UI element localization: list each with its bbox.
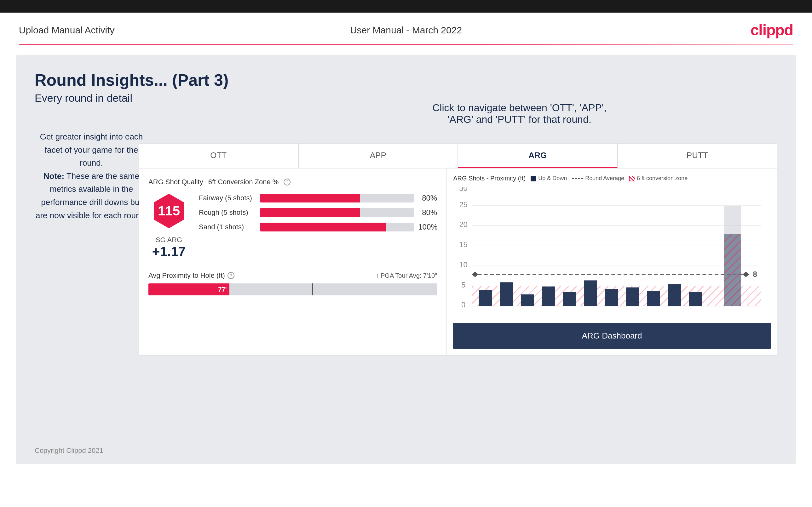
chart-header: ARG Shots - Proximity (ft) Up & Down Rou…	[453, 175, 771, 182]
proximity-bar-fill: 77'	[148, 283, 230, 295]
shot-row-sand: Sand (1 shots) 100%	[199, 223, 437, 231]
legend-conversion-zone: 6 ft conversion zone	[629, 175, 688, 182]
proximity-info-icon[interactable]: ?	[227, 272, 235, 279]
legend-up-down: Up & Down	[530, 175, 567, 182]
chart-area: 0 5 10 15 20 25 30	[453, 187, 771, 319]
shot-row-rough: Rough (5 shots) 80%	[199, 208, 437, 217]
proximity-label-text: Avg Proximity to Hole (ft)	[148, 272, 225, 280]
legend-items: Up & Down Round Average 6 ft conversion …	[530, 175, 688, 182]
svg-marker-20	[472, 272, 478, 277]
sand-bar-fill	[260, 223, 386, 231]
arg-shot-quality-label: ARG Shot Quality	[148, 178, 203, 186]
tab-arg[interactable]: ARG	[458, 143, 618, 168]
svg-text:5: 5	[461, 281, 465, 289]
annotation-text-content: Get greater insight into each facet of y…	[36, 132, 147, 220]
user-manual-title: User Manual - March 2022	[350, 25, 462, 36]
svg-text:20: 20	[459, 220, 468, 229]
conversion-zone-label: 6ft Conversion Zone %	[208, 178, 279, 186]
sand-pct: 100%	[418, 223, 437, 231]
fairway-pct: 80%	[418, 194, 437, 203]
sand-bar	[260, 223, 414, 231]
svg-text:15: 15	[459, 240, 468, 249]
top-bar	[0, 0, 812, 13]
chart-title: ARG Shots - Proximity (ft)	[453, 175, 525, 182]
svg-rect-31	[626, 287, 639, 306]
rough-bar	[260, 208, 414, 217]
proximity-label: Avg Proximity to Hole (ft) ?	[148, 272, 235, 280]
upload-manual-activity-label: Upload Manual Activity	[19, 25, 115, 36]
rough-pct: 80%	[418, 208, 437, 217]
fairway-bar-fill	[260, 194, 360, 203]
sg-block: SG ARG +1.17	[152, 236, 186, 259]
tab-putt[interactable]: PUTT	[618, 143, 777, 168]
svg-text:0: 0	[461, 301, 465, 309]
tab-app[interactable]: APP	[298, 143, 458, 168]
svg-rect-33	[668, 284, 681, 306]
legend-square-icon	[530, 176, 536, 181]
svg-rect-25	[500, 282, 513, 306]
svg-text:25: 25	[459, 201, 468, 209]
header-divider	[19, 44, 793, 45]
svg-rect-36	[724, 234, 741, 306]
nav-annotation-text: Click to navigate between 'OTT', 'APP','…	[432, 102, 607, 125]
svg-rect-24	[479, 290, 492, 306]
right-panel: ARG Shots - Proximity (ft) Up & Down Rou…	[447, 168, 777, 355]
widget-container: OTT APP ARG PUTT ARG Shot Quality 6ft Co…	[139, 143, 777, 355]
shot-bars: Fairway (5 shots) 80% Rough (5 shots)	[199, 194, 437, 237]
note-bold: Note:	[44, 171, 64, 181]
proximity-value: 77'	[218, 286, 227, 293]
clippd-logo: clippd	[751, 21, 793, 39]
cursor-line	[312, 283, 313, 295]
section-subtitle: Every round in detail	[35, 92, 777, 104]
svg-text:8: 8	[753, 270, 757, 278]
copyright: Copyright Clippd 2021	[35, 447, 103, 455]
rough-label: Rough (5 shots)	[199, 209, 256, 217]
hex-badge: 115	[152, 194, 186, 228]
svg-rect-34	[689, 292, 702, 306]
arg-chart: 0 5 10 15 20 25 30	[453, 187, 771, 318]
proximity-bar-container: 77'	[148, 283, 437, 295]
sand-label: Sand (1 shots)	[199, 223, 256, 231]
proximity-header: Avg Proximity to Hole (ft) ? ↑ PGA Tour …	[148, 272, 437, 280]
svg-rect-28	[563, 292, 576, 306]
legend-hatch-icon	[629, 176, 635, 181]
info-icon[interactable]: ?	[284, 178, 291, 185]
side-annotation: Get greater insight into each facet of y…	[35, 130, 148, 222]
pga-avg: ↑ PGA Tour Avg: 7'10"	[375, 272, 437, 279]
svg-rect-32	[647, 291, 660, 306]
header: Upload Manual Activity User Manual - Mar…	[0, 13, 812, 44]
rough-bar-fill	[260, 208, 360, 217]
main-content: Round Insights... (Part 3) Every round i…	[16, 55, 796, 464]
svg-rect-30	[605, 289, 618, 306]
legend-round-avg-label: Round Average	[585, 175, 624, 182]
panel-header: ARG Shot Quality 6ft Conversion Zone % ?	[148, 178, 437, 186]
sg-value: +1.17	[152, 244, 186, 259]
nav-annotation: Click to navigate between 'OTT', 'APP','…	[425, 102, 614, 125]
legend-conversion-label: 6 ft conversion zone	[637, 175, 688, 182]
svg-marker-21	[743, 272, 749, 277]
fairway-label: Fairway (5 shots)	[199, 194, 256, 202]
arg-dashboard-button[interactable]: ARG Dashboard	[453, 323, 771, 349]
legend-dash-icon	[572, 178, 583, 179]
left-panel: ARG Shot Quality 6ft Conversion Zone % ?…	[139, 168, 447, 355]
shot-row-fairway: Fairway (5 shots) 80%	[199, 194, 437, 203]
section-title: Round Insights... (Part 3)	[35, 70, 777, 90]
sg-label: SG ARG	[152, 236, 186, 244]
svg-rect-29	[584, 280, 597, 306]
legend-round-avg: Round Average	[572, 175, 624, 182]
svg-rect-26	[521, 294, 534, 306]
proximity-section: Avg Proximity to Hole (ft) ? ↑ PGA Tour …	[148, 265, 437, 295]
svg-text:10: 10	[459, 261, 468, 269]
fairway-bar	[260, 194, 414, 203]
legend-up-down-label: Up & Down	[538, 175, 567, 182]
hex-value: 115	[158, 204, 180, 219]
tab-ott[interactable]: OTT	[139, 143, 298, 168]
tabs-row: OTT APP ARG PUTT	[139, 143, 777, 168]
svg-text:30: 30	[459, 187, 468, 192]
svg-rect-27	[542, 287, 555, 306]
panels-row: ARG Shot Quality 6ft Conversion Zone % ?…	[139, 168, 777, 355]
